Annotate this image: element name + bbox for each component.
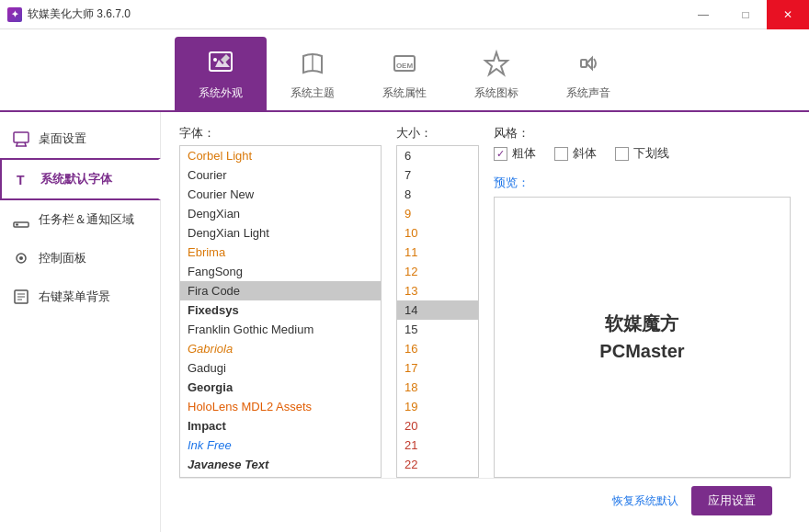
bold-checkbox[interactable]: ✓ 粗体 bbox=[494, 145, 536, 162]
svg-point-15 bbox=[19, 256, 23, 260]
font-item-fangsong[interactable]: FangSong bbox=[180, 262, 381, 281]
style-section: ✓ 粗体 斜体 下划线 预览： bbox=[494, 145, 791, 478]
app-title: 软媒美化大师 3.6.7.0 bbox=[28, 6, 131, 22]
italic-checkbox[interactable]: 斜体 bbox=[554, 145, 597, 162]
size-item-18[interactable]: 18 bbox=[397, 378, 478, 397]
content-area: 字体： 大小： 风格： Corbel Light Courier Courier… bbox=[161, 112, 809, 532]
size-item-6[interactable]: 6 bbox=[397, 146, 478, 165]
svg-rect-13 bbox=[16, 224, 18, 226]
font-item-ebrima[interactable]: Ebrima bbox=[180, 243, 381, 262]
underline-checkbox-box[interactable] bbox=[615, 147, 629, 161]
size-item-20[interactable]: 20 bbox=[397, 416, 478, 436]
controlpanel-icon bbox=[11, 248, 31, 268]
sidebar-item-controlpanel[interactable]: 控制面板 bbox=[0, 239, 160, 277]
font-item-impact[interactable]: Impact bbox=[180, 416, 381, 436]
nav-tab-sounds[interactable]: 系统声音 bbox=[542, 37, 634, 110]
font-item-dengxian[interactable]: DengXian bbox=[180, 204, 381, 223]
nav-tab-sounds-label: 系统声音 bbox=[566, 85, 610, 101]
preview-line2: PCMaster bbox=[599, 337, 684, 365]
appearance-icon bbox=[204, 47, 237, 80]
font-item-courier-new[interactable]: Courier New bbox=[180, 185, 381, 204]
size-item-15[interactable]: 15 bbox=[397, 320, 478, 339]
sounds-icon bbox=[572, 47, 605, 80]
main-layout: 桌面设置 T 系统默认字体 任务栏＆通知区域 控制面板 右键菜单背景 bbox=[0, 112, 809, 532]
sidebar-item-font[interactable]: T 系统默认字体 bbox=[0, 158, 161, 200]
size-item-19[interactable]: 19 bbox=[397, 397, 478, 416]
font-item-fixedsys[interactable]: Fixedsys bbox=[180, 300, 381, 320]
font-item-georgia[interactable]: Georgia bbox=[180, 378, 381, 397]
font-item-gabriola[interactable]: Gabriola bbox=[180, 339, 381, 358]
window-controls: — □ ✕ bbox=[682, 0, 809, 29]
size-item-22[interactable]: 22 bbox=[397, 455, 478, 474]
nav-tab-appearance[interactable]: 系统外观 bbox=[175, 37, 267, 110]
size-item-17[interactable]: 17 bbox=[397, 358, 478, 378]
size-item-16[interactable]: 16 bbox=[397, 339, 478, 358]
nav-header: 系统外观 系统主题 OEM 系统属性 系统图标 bbox=[0, 29, 809, 112]
preview-label: 预览： bbox=[494, 175, 791, 191]
nav-tab-properties[interactable]: OEM 系统属性 bbox=[359, 37, 450, 110]
reset-defaults-button[interactable]: 恢复系统默认 bbox=[612, 493, 678, 509]
nav-tab-icons[interactable]: 系统图标 bbox=[450, 37, 542, 110]
size-col-label: 大小： bbox=[396, 125, 479, 141]
font-item-corbel-light[interactable]: Corbel Light bbox=[180, 146, 381, 165]
underline-checkbox[interactable]: 下划线 bbox=[615, 145, 669, 162]
svg-text:T: T bbox=[17, 173, 25, 187]
font-item-dengxian-light[interactable]: DengXian Light bbox=[180, 223, 381, 243]
apply-button[interactable]: 应用设置 bbox=[691, 486, 772, 515]
svg-rect-7 bbox=[14, 132, 28, 142]
size-item-8[interactable]: 8 bbox=[397, 185, 478, 204]
font-col-label: 字体： bbox=[179, 125, 382, 141]
theme-icon bbox=[296, 47, 329, 80]
font-listbox[interactable]: Corbel Light Courier Courier New DengXia… bbox=[179, 145, 382, 478]
underline-label: 下划线 bbox=[633, 145, 669, 162]
minimize-button[interactable]: — bbox=[682, 0, 724, 29]
sidebar-item-desktop[interactable]: 桌面设置 bbox=[0, 119, 160, 158]
nav-tab-theme[interactable]: 系统主题 bbox=[267, 37, 359, 110]
font-item-gadugi[interactable]: Gadugi bbox=[180, 358, 381, 378]
nav-tab-appearance-label: 系统外观 bbox=[199, 85, 243, 101]
size-listbox[interactable]: 6 7 8 9 10 11 12 13 14 15 16 17 18 19 20… bbox=[396, 145, 479, 478]
font-list-col: Corbel Light Courier Courier New DengXia… bbox=[179, 145, 382, 478]
sidebar-item-taskbar[interactable]: 任务栏＆通知区域 bbox=[0, 200, 160, 239]
font-item-inkfree[interactable]: Ink Free bbox=[180, 436, 381, 455]
italic-label: 斜体 bbox=[573, 145, 597, 162]
preview-box: 软媒魔方 PCMaster bbox=[494, 197, 791, 478]
size-item-10[interactable]: 10 bbox=[397, 223, 478, 243]
nav-tab-properties-label: 系统属性 bbox=[382, 85, 427, 101]
size-item-14[interactable]: 14 bbox=[397, 300, 478, 320]
taskbar-icon bbox=[11, 209, 31, 230]
font-item-javanese[interactable]: Javanese Text bbox=[180, 455, 381, 474]
preview-line1: 软媒魔方 bbox=[599, 310, 684, 337]
preview-text: 软媒魔方 PCMaster bbox=[599, 310, 684, 365]
font-item-hololens[interactable]: HoloLens MDL2 Assets bbox=[180, 397, 381, 416]
font-item-courier[interactable]: Courier bbox=[180, 165, 381, 185]
size-item-11[interactable]: 11 bbox=[397, 243, 478, 262]
bold-checkbox-box[interactable]: ✓ bbox=[494, 147, 507, 161]
size-item-13[interactable]: 13 bbox=[397, 281, 478, 300]
font-item-franklin[interactable]: Franklin Gothic Medium bbox=[180, 320, 381, 339]
sidebar-taskbar-label: 任务栏＆通知区域 bbox=[39, 211, 134, 228]
checkboxes: ✓ 粗体 斜体 下划线 bbox=[494, 145, 791, 162]
font-icon: T bbox=[13, 169, 33, 189]
close-button[interactable]: ✕ bbox=[767, 0, 809, 29]
style-col-label: 风格： bbox=[494, 125, 530, 141]
sidebar-controlpanel-label: 控制面板 bbox=[39, 250, 86, 266]
title-bar: ✦ 软媒美化大师 3.6.7.0 — □ ✕ bbox=[0, 0, 809, 29]
size-item-21[interactable]: 21 bbox=[397, 436, 478, 455]
sidebar-font-label: 系统默认字体 bbox=[40, 171, 112, 187]
desktop-icon bbox=[11, 129, 31, 149]
icons-icon bbox=[480, 47, 513, 80]
font-section: Corbel Light Courier Courier New DengXia… bbox=[179, 145, 791, 478]
labels-row: 字体： 大小： 风格： bbox=[179, 125, 791, 141]
italic-checkbox-box[interactable] bbox=[554, 147, 568, 161]
properties-icon: OEM bbox=[388, 47, 421, 80]
sidebar-item-contextmenu[interactable]: 右键菜单背景 bbox=[0, 277, 160, 316]
size-item-9[interactable]: 9 bbox=[397, 204, 478, 223]
size-item-12[interactable]: 12 bbox=[397, 262, 478, 281]
maximize-button[interactable]: □ bbox=[724, 0, 767, 29]
bottom-bar: 恢复系统默认 应用设置 bbox=[179, 478, 791, 523]
sidebar-contextmenu-label: 右键菜单背景 bbox=[39, 289, 110, 305]
size-item-7[interactable]: 7 bbox=[397, 165, 478, 185]
font-item-fira-code[interactable]: Fira Code bbox=[180, 281, 381, 300]
style-col: ✓ 粗体 斜体 下划线 预览： bbox=[494, 145, 791, 478]
